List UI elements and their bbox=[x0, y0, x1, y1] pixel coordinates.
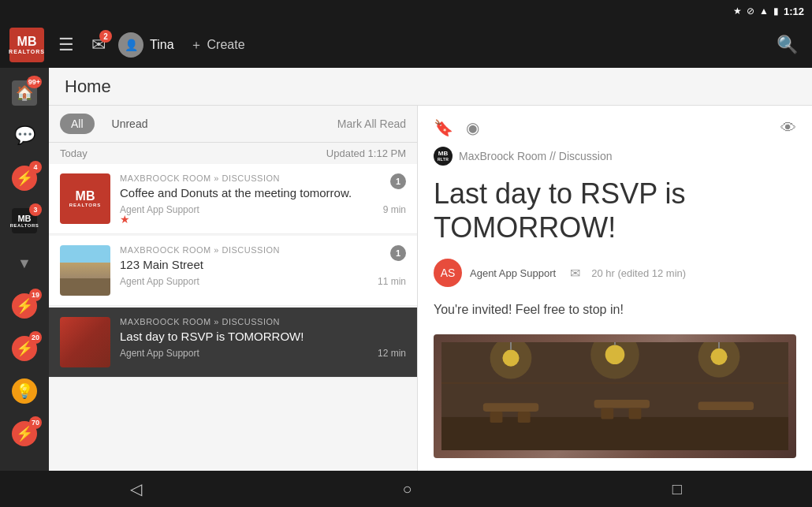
detail-title: Last day to RSVP is TOMORROW! bbox=[434, 177, 796, 244]
star-icon: ★ bbox=[120, 213, 130, 226]
feed-item-footer: Agent App Support 9 min bbox=[120, 204, 406, 215]
mb-badge: 3 bbox=[29, 203, 42, 216]
page-title: Home bbox=[65, 76, 111, 97]
feed-item[interactable]: MAXBROOCK ROOM » DISCUSSION 123 Main Str… bbox=[49, 236, 417, 306]
avatar: 👤 bbox=[118, 32, 143, 58]
item6-badge: 19 bbox=[29, 289, 42, 301]
filter-all-button[interactable]: All bbox=[60, 114, 95, 134]
feed-item-meta: MAXBROOCK ROOM » DISCUSSION bbox=[120, 245, 406, 255]
sidebar-item-6[interactable]: ⚡ 19 bbox=[4, 285, 45, 326]
detail-image bbox=[434, 334, 796, 458]
sidebar: 🏠 99+ 💬 ⚡ 4 MBREALTORS 3 ▼ ⚡ 19 ⚡ 20 💡 bbox=[0, 68, 49, 471]
date-label: Today bbox=[60, 147, 88, 159]
feed-item-time: 9 min bbox=[383, 204, 406, 215]
detail-author-row: AS Agent App Support ✉ 20 hr (edited 12 … bbox=[434, 259, 796, 287]
sidebar-item-7[interactable]: ⚡ 20 bbox=[4, 328, 45, 369]
filter-icon: ▼ bbox=[17, 255, 32, 272]
sidebar-item-idea[interactable]: 💡 bbox=[4, 371, 45, 412]
feed-item-footer: Agent App Support 12 min bbox=[120, 348, 406, 359]
wifi-icon: ▲ bbox=[759, 6, 769, 17]
svg-rect-4 bbox=[698, 402, 754, 411]
feed-item[interactable]: MAXBROOCK ROOM » DISCUSSION Last day to … bbox=[49, 308, 417, 378]
feed-item-author: Agent App Support bbox=[120, 276, 199, 287]
rss-button[interactable]: ◉ bbox=[466, 118, 479, 137]
battery-icon: ▮ bbox=[773, 6, 779, 17]
mark-all-read-button[interactable]: Mark All Read bbox=[337, 117, 406, 130]
feed-item-title: 123 Main Street bbox=[120, 257, 406, 273]
sidebar-item-home[interactable]: 🏠 99+ bbox=[4, 73, 45, 114]
idea-icon: 💡 bbox=[12, 378, 37, 404]
feed-panel: All Unread Mark All Read Today Updated 1… bbox=[49, 106, 418, 471]
mail-icon: ✉ bbox=[570, 266, 580, 281]
home-button[interactable]: ○ bbox=[386, 474, 427, 505]
page-title-bar: Home bbox=[49, 68, 812, 106]
main-layout: 🏠 99+ 💬 ⚡ 4 MBREALTORS 3 ▼ ⚡ 19 ⚡ 20 💡 bbox=[0, 68, 812, 471]
recents-button[interactable]: □ bbox=[657, 474, 698, 505]
app-header: MB REALTORS ☰ ✉ 2 👤 Tina ＋ Create 🔍 bbox=[0, 22, 812, 68]
feed-item-time: 11 min bbox=[378, 276, 406, 287]
mute-icon: ⊘ bbox=[747, 6, 754, 17]
sidebar-item-3[interactable]: ⚡ 4 bbox=[4, 158, 45, 199]
svg-rect-5 bbox=[490, 412, 503, 423]
sidebar-item-9[interactable]: ⚡ 70 bbox=[4, 413, 45, 454]
time-ago: 20 hr (edited 12 min) bbox=[591, 267, 686, 279]
item7-badge: 20 bbox=[29, 331, 42, 344]
bookmark-button[interactable]: 🔖 bbox=[434, 118, 453, 137]
svg-rect-3 bbox=[594, 400, 650, 408]
filter-bar: All Unread Mark All Read bbox=[49, 106, 417, 143]
mail-badge: 2 bbox=[99, 30, 112, 43]
date-header: Today Updated 1:12 PM bbox=[49, 143, 417, 164]
chat-icon: 💬 bbox=[14, 125, 35, 146]
author-info: Agent App Support bbox=[470, 267, 556, 279]
feed-item-title: Coffee and Donuts at the meeting tomorro… bbox=[120, 185, 406, 201]
detail-panel: 🔖 ◉ 👁 MB RLTR MaxBroock Room // Discussi… bbox=[418, 106, 812, 471]
two-col-layout: All Unread Mark All Read Today Updated 1… bbox=[49, 106, 812, 471]
restaurant-photo bbox=[434, 334, 796, 458]
status-bar: ★ ⊘ ▲ ▮ 1:12 bbox=[0, 0, 812, 22]
author-avatar: AS bbox=[434, 259, 462, 287]
content-area: Home All Unread Mark All Read Today Upda… bbox=[49, 68, 812, 471]
feed-item-count-badge: 1 bbox=[390, 173, 406, 189]
author-name: Agent App Support bbox=[470, 267, 556, 279]
feed-list: MB REALTORS MAXBROOCK ROOM » DISCUSSION … bbox=[49, 164, 417, 471]
hamburger-button[interactable]: ☰ bbox=[54, 30, 79, 60]
bottom-nav: ◁ ○ □ bbox=[0, 471, 812, 507]
svg-rect-2 bbox=[483, 403, 538, 412]
source-logo: MB RLTR bbox=[434, 147, 453, 166]
plus-icon: ＋ bbox=[190, 37, 203, 54]
back-button[interactable]: ◁ bbox=[114, 473, 158, 505]
feed-item-time: 12 min bbox=[378, 348, 406, 359]
feed-item-thumb bbox=[60, 317, 110, 367]
svg-rect-18 bbox=[441, 382, 788, 384]
user-section[interactable]: 👤 Tina bbox=[118, 32, 174, 58]
feed-item-thumb: MB REALTORS bbox=[60, 173, 110, 224]
feed-item-body: MAXBROOCK ROOM » DISCUSSION 123 Main Str… bbox=[120, 245, 406, 296]
sidebar-item-chat[interactable]: 💬 bbox=[4, 115, 45, 156]
svg-rect-7 bbox=[601, 408, 613, 419]
svg-rect-8 bbox=[629, 408, 642, 419]
app-logo: MB REALTORS bbox=[9, 28, 44, 62]
mail-button[interactable]: ✉ 2 bbox=[88, 32, 109, 58]
author-icon-text: AS bbox=[441, 267, 456, 279]
feed-item-body: MAXBROOCK ROOM » DISCUSSION Coffee and D… bbox=[120, 173, 406, 224]
feed-item-meta: MAXBROOCK ROOM » DISCUSSION bbox=[120, 317, 406, 326]
detail-body: You're invited! Feel free to stop in! bbox=[434, 300, 796, 320]
search-button[interactable]: 🔍 bbox=[772, 30, 803, 60]
feed-item-title: Last day to RSVP is TOMORROW! bbox=[120, 329, 406, 345]
svg-rect-6 bbox=[518, 412, 531, 423]
updated-time: Updated 1:12 PM bbox=[326, 147, 406, 159]
feed-item[interactable]: MB REALTORS MAXBROOCK ROOM » DISCUSSION … bbox=[49, 164, 417, 234]
filter-unread-button[interactable]: Unread bbox=[101, 114, 159, 134]
sidebar-item-filter[interactable]: ▼ bbox=[4, 243, 45, 284]
visibility-button[interactable]: 👁 bbox=[780, 119, 796, 137]
source-name: MaxBroock Room // Discussion bbox=[459, 150, 613, 162]
feed-item-meta: MAXBROOCK ROOM » DISCUSSION bbox=[120, 173, 406, 183]
feed-item-author: Agent App Support bbox=[120, 204, 199, 215]
sidebar-item-mb[interactable]: MBREALTORS 3 bbox=[4, 200, 45, 241]
create-button[interactable]: ＋ Create bbox=[190, 37, 245, 54]
bluetooth-icon: ★ bbox=[733, 6, 742, 17]
feed-item-count-badge: 1 bbox=[390, 245, 406, 261]
detail-actions: 🔖 ◉ 👁 bbox=[434, 118, 796, 137]
item3-badge: 4 bbox=[29, 161, 42, 173]
feed-item-author: Agent App Support bbox=[120, 348, 199, 359]
